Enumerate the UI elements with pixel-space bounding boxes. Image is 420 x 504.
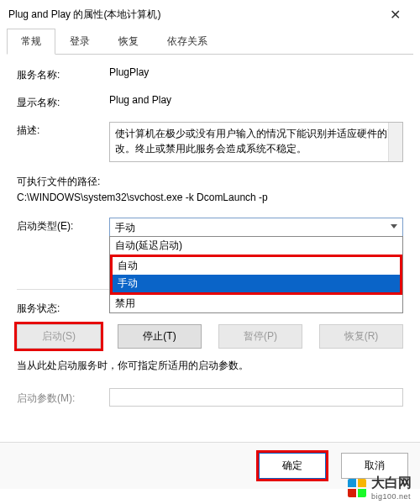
watermark-name: 大白网	[371, 475, 412, 490]
pause-button: 暂停(P)	[218, 324, 302, 349]
tab-panel-general: 服务名称: PlugPlay 显示名称: Plug and Play 描述: 使…	[0, 55, 420, 430]
tab-logon[interactable]: 登录	[55, 29, 104, 55]
scrollbar[interactable]	[388, 123, 402, 161]
resume-button: 恢复(R)	[319, 324, 403, 349]
startup-option-disabled[interactable]: 禁用	[110, 295, 402, 312]
display-name-value: Plug and Play	[109, 94, 403, 106]
startup-option-auto-delayed[interactable]: 自动(延迟启动)	[110, 237, 402, 255]
description-row: 描述: 使计算机在极少或没有用户输入的情况下能识别并适应硬件的更改。终止或禁用此…	[17, 122, 403, 162]
exe-path-block: 可执行文件的路径: C:\WINDOWS\system32\svchost.ex…	[17, 174, 403, 206]
watermark-url: big100.net	[371, 492, 412, 501]
display-name-label: 显示名称:	[17, 94, 109, 110]
startup-type-dropdown: 自动(延迟启动) 自动 手动 禁用	[109, 236, 403, 313]
exe-path-label: 可执行文件的路径:	[17, 174, 403, 190]
startup-params-label: 启动参数(M):	[17, 390, 109, 406]
tab-dependencies[interactable]: 依存关系	[153, 29, 222, 55]
service-control-buttons: 启动(S) 停止(T) 暂停(P) 恢复(R)	[17, 324, 403, 349]
logo-icon	[348, 479, 366, 497]
watermark: 大白网 big100.net	[348, 475, 412, 501]
highlight-options: 自动 手动	[110, 255, 402, 295]
chevron-down-icon	[391, 224, 397, 228]
service-name-value: PlugPlay	[109, 66, 403, 78]
service-name-label: 服务名称:	[17, 66, 109, 82]
stop-button[interactable]: 停止(T)	[118, 324, 202, 349]
description-label: 描述:	[17, 122, 109, 138]
tab-general[interactable]: 常规	[7, 29, 55, 55]
title-bar: Plug and Play 的属性(本地计算机) ✕	[0, 0, 420, 28]
exe-path-value: C:\WINDOWS\system32\svchost.exe -k DcomL…	[17, 190, 403, 206]
tab-recovery[interactable]: 恢复	[104, 29, 153, 55]
startup-type-label: 启动类型(E):	[17, 218, 109, 234]
service-status-label: 服务状态:	[17, 300, 109, 316]
service-name-row: 服务名称: PlugPlay	[17, 66, 403, 82]
startup-type-row: 启动类型(E): 手动 自动(延迟启动) 自动 手动 禁用	[17, 218, 403, 239]
startup-option-manual[interactable]: 手动	[113, 275, 400, 292]
description-textbox[interactable]: 使计算机在极少或没有用户输入的情况下能识别并适应硬件的更改。终止或禁用此服务会造…	[109, 122, 403, 162]
display-name-row: 显示名称: Plug and Play	[17, 94, 403, 110]
window-title: Plug and Play 的属性(本地计算机)	[8, 8, 160, 22]
startup-params-note: 当从此处启动服务时，你可指定所适用的启动参数。	[17, 359, 403, 373]
startup-params-input	[109, 388, 403, 407]
ok-button[interactable]: 确定	[259, 453, 326, 479]
start-button: 启动(S)	[17, 324, 101, 349]
description-text: 使计算机在极少或没有用户输入的情况下能识别并适应硬件的更改。终止或禁用此服务会造…	[115, 128, 397, 155]
tab-strip: 常规 登录 恢复 依存关系	[7, 28, 413, 55]
startup-option-auto[interactable]: 自动	[113, 257, 400, 275]
startup-selected-value: 手动	[115, 222, 135, 234]
close-icon[interactable]: ✕	[378, 7, 412, 23]
startup-params-row: 启动参数(M):	[17, 388, 403, 407]
